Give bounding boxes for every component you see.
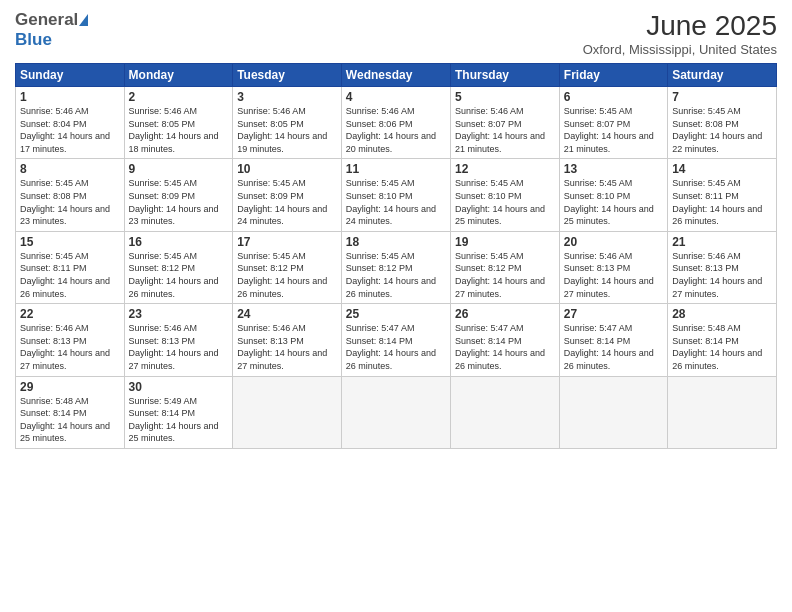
day-info: Sunrise: 5:45 AMSunset: 8:12 PMDaylight:… [455,250,555,300]
day-number: 23 [129,307,229,321]
day-info: Sunrise: 5:48 AMSunset: 8:14 PMDaylight:… [20,395,120,445]
col-wednesday: Wednesday [341,64,450,87]
day-info: Sunrise: 5:46 AMSunset: 8:04 PMDaylight:… [20,105,120,155]
table-row: 10Sunrise: 5:45 AMSunset: 8:09 PMDayligh… [233,159,342,231]
day-number: 1 [20,90,120,104]
table-row: 22Sunrise: 5:46 AMSunset: 8:13 PMDayligh… [16,304,125,376]
table-row [450,376,559,448]
col-sunday: Sunday [16,64,125,87]
day-number: 5 [455,90,555,104]
day-info: Sunrise: 5:45 AMSunset: 8:08 PMDaylight:… [20,177,120,227]
day-number: 17 [237,235,337,249]
calendar-week-row: 15Sunrise: 5:45 AMSunset: 8:11 PMDayligh… [16,231,777,303]
day-number: 3 [237,90,337,104]
day-number: 15 [20,235,120,249]
table-row: 29Sunrise: 5:48 AMSunset: 8:14 PMDayligh… [16,376,125,448]
day-number: 25 [346,307,446,321]
logo: General Blue [15,10,88,50]
table-row: 2Sunrise: 5:46 AMSunset: 8:05 PMDaylight… [124,87,233,159]
logo-blue: Blue [15,30,52,49]
day-number: 27 [564,307,663,321]
day-info: Sunrise: 5:47 AMSunset: 8:14 PMDaylight:… [564,322,663,372]
day-info: Sunrise: 5:45 AMSunset: 8:10 PMDaylight:… [455,177,555,227]
table-row: 26Sunrise: 5:47 AMSunset: 8:14 PMDayligh… [450,304,559,376]
day-info: Sunrise: 5:45 AMSunset: 8:12 PMDaylight:… [129,250,229,300]
day-number: 4 [346,90,446,104]
table-row: 27Sunrise: 5:47 AMSunset: 8:14 PMDayligh… [559,304,667,376]
col-thursday: Thursday [450,64,559,87]
day-number: 11 [346,162,446,176]
col-saturday: Saturday [668,64,777,87]
day-info: Sunrise: 5:46 AMSunset: 8:13 PMDaylight:… [20,322,120,372]
day-info: Sunrise: 5:46 AMSunset: 8:13 PMDaylight:… [564,250,663,300]
day-number: 22 [20,307,120,321]
day-info: Sunrise: 5:45 AMSunset: 8:09 PMDaylight:… [237,177,337,227]
table-row: 12Sunrise: 5:45 AMSunset: 8:10 PMDayligh… [450,159,559,231]
col-friday: Friday [559,64,667,87]
table-row: 6Sunrise: 5:45 AMSunset: 8:07 PMDaylight… [559,87,667,159]
table-row: 24Sunrise: 5:46 AMSunset: 8:13 PMDayligh… [233,304,342,376]
day-number: 9 [129,162,229,176]
table-row [559,376,667,448]
day-info: Sunrise: 5:46 AMSunset: 8:13 PMDaylight:… [672,250,772,300]
calendar-week-row: 22Sunrise: 5:46 AMSunset: 8:13 PMDayligh… [16,304,777,376]
day-info: Sunrise: 5:46 AMSunset: 8:05 PMDaylight:… [129,105,229,155]
day-number: 12 [455,162,555,176]
day-number: 20 [564,235,663,249]
table-row: 21Sunrise: 5:46 AMSunset: 8:13 PMDayligh… [668,231,777,303]
logo-general: General [15,10,78,30]
day-number: 10 [237,162,337,176]
table-row: 3Sunrise: 5:46 AMSunset: 8:05 PMDaylight… [233,87,342,159]
day-info: Sunrise: 5:46 AMSunset: 8:13 PMDaylight:… [237,322,337,372]
table-row [233,376,342,448]
table-row [668,376,777,448]
col-tuesday: Tuesday [233,64,342,87]
day-info: Sunrise: 5:46 AMSunset: 8:06 PMDaylight:… [346,105,446,155]
table-row: 9Sunrise: 5:45 AMSunset: 8:09 PMDaylight… [124,159,233,231]
day-info: Sunrise: 5:48 AMSunset: 8:14 PMDaylight:… [672,322,772,372]
day-number: 8 [20,162,120,176]
table-row: 17Sunrise: 5:45 AMSunset: 8:12 PMDayligh… [233,231,342,303]
calendar-header-row: Sunday Monday Tuesday Wednesday Thursday… [16,64,777,87]
calendar-week-row: 8Sunrise: 5:45 AMSunset: 8:08 PMDaylight… [16,159,777,231]
day-info: Sunrise: 5:45 AMSunset: 8:10 PMDaylight:… [564,177,663,227]
day-number: 26 [455,307,555,321]
table-row: 30Sunrise: 5:49 AMSunset: 8:14 PMDayligh… [124,376,233,448]
calendar-table: Sunday Monday Tuesday Wednesday Thursday… [15,63,777,449]
logo-triangle-icon [79,14,88,26]
day-number: 21 [672,235,772,249]
title-block: June 2025 Oxford, Mississippi, United St… [583,10,777,57]
day-number: 19 [455,235,555,249]
day-number: 2 [129,90,229,104]
page: General Blue June 2025 Oxford, Mississip… [0,0,792,612]
day-number: 16 [129,235,229,249]
table-row: 11Sunrise: 5:45 AMSunset: 8:10 PMDayligh… [341,159,450,231]
day-number: 7 [672,90,772,104]
day-number: 28 [672,307,772,321]
day-info: Sunrise: 5:45 AMSunset: 8:12 PMDaylight:… [237,250,337,300]
day-number: 6 [564,90,663,104]
table-row: 8Sunrise: 5:45 AMSunset: 8:08 PMDaylight… [16,159,125,231]
table-row: 20Sunrise: 5:46 AMSunset: 8:13 PMDayligh… [559,231,667,303]
calendar-week-row: 29Sunrise: 5:48 AMSunset: 8:14 PMDayligh… [16,376,777,448]
calendar-title: June 2025 [583,10,777,42]
day-info: Sunrise: 5:45 AMSunset: 8:11 PMDaylight:… [672,177,772,227]
calendar-subtitle: Oxford, Mississippi, United States [583,42,777,57]
day-info: Sunrise: 5:45 AMSunset: 8:07 PMDaylight:… [564,105,663,155]
day-info: Sunrise: 5:46 AMSunset: 8:05 PMDaylight:… [237,105,337,155]
day-info: Sunrise: 5:49 AMSunset: 8:14 PMDaylight:… [129,395,229,445]
table-row: 23Sunrise: 5:46 AMSunset: 8:13 PMDayligh… [124,304,233,376]
day-info: Sunrise: 5:45 AMSunset: 8:11 PMDaylight:… [20,250,120,300]
table-row: 5Sunrise: 5:46 AMSunset: 8:07 PMDaylight… [450,87,559,159]
table-row: 28Sunrise: 5:48 AMSunset: 8:14 PMDayligh… [668,304,777,376]
calendar-week-row: 1Sunrise: 5:46 AMSunset: 8:04 PMDaylight… [16,87,777,159]
table-row: 15Sunrise: 5:45 AMSunset: 8:11 PMDayligh… [16,231,125,303]
table-row [341,376,450,448]
day-info: Sunrise: 5:47 AMSunset: 8:14 PMDaylight:… [455,322,555,372]
col-monday: Monday [124,64,233,87]
table-row: 13Sunrise: 5:45 AMSunset: 8:10 PMDayligh… [559,159,667,231]
day-info: Sunrise: 5:45 AMSunset: 8:09 PMDaylight:… [129,177,229,227]
table-row: 18Sunrise: 5:45 AMSunset: 8:12 PMDayligh… [341,231,450,303]
day-number: 18 [346,235,446,249]
table-row: 25Sunrise: 5:47 AMSunset: 8:14 PMDayligh… [341,304,450,376]
